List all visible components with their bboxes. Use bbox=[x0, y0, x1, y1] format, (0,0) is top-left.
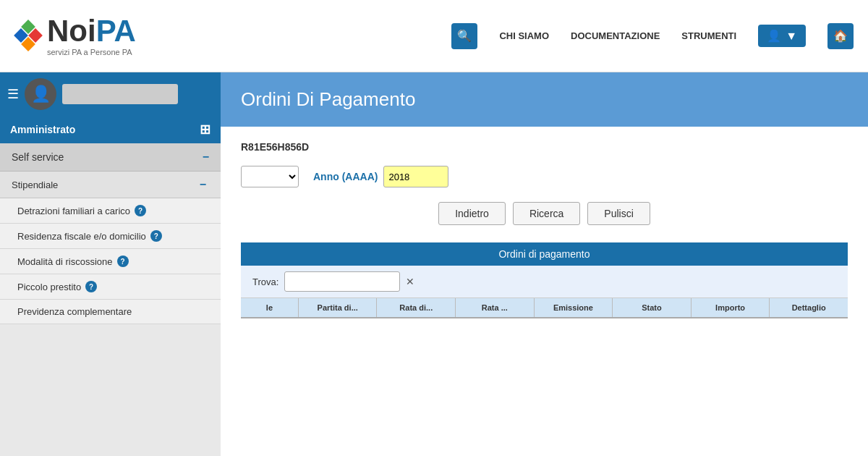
th-rata-di-label: Rata di... bbox=[399, 303, 433, 312]
sidebar-item-stipendiale[interactable]: Stipendiale − bbox=[0, 172, 221, 198]
table-section: Ordini di pagamento Trova: ✕ le Partita … bbox=[241, 242, 848, 318]
sidebar-item-previdenza[interactable]: Previdenza complementare bbox=[0, 300, 221, 324]
previdenza-label: Previdenza complementare bbox=[17, 306, 132, 317]
trova-label: Trova: bbox=[252, 276, 278, 287]
sidebar-item-piccolo-prestito[interactable]: Piccolo prestito ? bbox=[0, 274, 221, 300]
anno-label: Anno (AAAA) bbox=[313, 171, 378, 182]
indietro-button[interactable]: Indietro bbox=[438, 202, 506, 225]
home-button[interactable]: 🏠 bbox=[827, 23, 854, 49]
residenza-label: Residenza fiscale e/o domicilio bbox=[17, 231, 146, 242]
page-title: Ordini Di Pagamento bbox=[241, 88, 415, 110]
user-icon: 👤 bbox=[767, 29, 781, 43]
th-stato-label: Stato bbox=[642, 303, 662, 312]
cf-row: R81E56H856D bbox=[241, 141, 848, 153]
mese-select[interactable] bbox=[241, 166, 299, 187]
table-title: Ordini di pagamento bbox=[498, 248, 590, 260]
piccolo-prestito-help-icon[interactable]: ? bbox=[85, 281, 97, 292]
pulisci-button[interactable]: Pulisci bbox=[587, 202, 650, 225]
avatar-icon: 👤 bbox=[31, 85, 51, 104]
mese-field-group bbox=[241, 166, 299, 187]
th-emissione-label: Emissione bbox=[553, 303, 593, 312]
th-emissione[interactable]: Emissione bbox=[535, 298, 613, 317]
sidebar-item-modalita[interactable]: Modalità di riscossione ? bbox=[0, 249, 221, 274]
th-stato[interactable]: Stato bbox=[613, 298, 692, 317]
th-le[interactable]: le bbox=[241, 298, 299, 317]
nav-documentazione[interactable]: DOCUMENTAZIONE bbox=[571, 30, 660, 41]
th-rata-label: Rata ... bbox=[482, 303, 508, 312]
header-nav: 🔍 CHI SIAMO DOCUMENTAZIONE STRUMENTI 👤 ▼… bbox=[451, 23, 854, 49]
user-button[interactable]: 👤 ▼ bbox=[758, 25, 806, 47]
sidebar-section-amministrato[interactable]: Amministrato ⊞ bbox=[0, 116, 221, 143]
sidebar-topbar: ☰ 👤 bbox=[0, 72, 221, 116]
sidebar-item-residenza[interactable]: Residenza fiscale e/o domicilio ? bbox=[0, 224, 221, 249]
logo-area: NoiPA servizi PA a Persone PA bbox=[14, 16, 217, 56]
main-layout: ☰ 👤 Amministrato ⊞ Self service − Stipen… bbox=[0, 72, 868, 456]
detrazioni-help-icon[interactable]: ? bbox=[135, 205, 146, 216]
logo-text: NoiPA servizi PA a Persone PA bbox=[47, 16, 136, 56]
home-icon: 🏠 bbox=[833, 29, 848, 43]
self-service-label: Self service bbox=[12, 151, 64, 163]
table-section-header: Ordini di pagamento bbox=[241, 242, 848, 266]
piccolo-prestito-label: Piccolo prestito bbox=[17, 282, 81, 292]
page-title-bar: Ordini Di Pagamento bbox=[221, 72, 868, 127]
trova-clear-icon[interactable]: ✕ bbox=[406, 276, 414, 287]
search-row: Anno (AAAA) bbox=[241, 166, 848, 187]
modalita-label: Modalità di riscossione bbox=[17, 256, 113, 267]
header: NoiPA servizi PA a Persone PA 🔍 CHI SIAM… bbox=[0, 0, 868, 72]
th-rata-di[interactable]: Rata di... bbox=[377, 298, 456, 317]
sidebar: ☰ 👤 Amministrato ⊞ Self service − Stipen… bbox=[0, 72, 221, 456]
anno-field-group: Anno (AAAA) bbox=[313, 166, 448, 187]
stipendiale-collapse-icon[interactable]: − bbox=[200, 178, 206, 191]
detrazioni-label: Detrazioni familiari a carico bbox=[17, 206, 130, 216]
self-service-collapse-icon[interactable]: − bbox=[203, 151, 209, 164]
user-name-box bbox=[62, 84, 178, 104]
sidebar-item-self-service[interactable]: Self service − bbox=[0, 143, 221, 172]
trova-row: Trova: ✕ bbox=[241, 266, 848, 298]
logo-noipa: NoiPA bbox=[47, 16, 136, 46]
user-dropdown-arrow: ▼ bbox=[786, 30, 797, 43]
th-partita-label: Partita di... bbox=[318, 303, 358, 312]
logo-leaves bbox=[14, 22, 43, 51]
stipendiale-label: Stipendiale bbox=[12, 180, 58, 190]
avatar: 👤 bbox=[25, 78, 56, 110]
th-dettaglio[interactable]: Dettaglio bbox=[770, 298, 848, 317]
codice-fiscale-value: R81E56H856D bbox=[241, 141, 309, 153]
sidebar-item-detrazioni[interactable]: Detrazioni familiari a carico ? bbox=[0, 198, 221, 224]
layers-icon[interactable]: ⊞ bbox=[200, 122, 210, 138]
th-partita[interactable]: Partita di... bbox=[299, 298, 378, 317]
th-importo[interactable]: Importo bbox=[692, 298, 770, 317]
nav-strumenti[interactable]: STRUMENTI bbox=[681, 30, 736, 41]
th-importo-label: Importo bbox=[715, 303, 745, 312]
content-area: Ordini Di Pagamento R81E56H856D Anno (AA… bbox=[221, 72, 868, 456]
logo-subtitle: servizi PA a Persone PA bbox=[47, 48, 136, 56]
search-button[interactable]: 🔍 bbox=[451, 23, 477, 49]
th-rata[interactable]: Rata ... bbox=[456, 298, 535, 317]
button-row: Indietro Ricerca Pulisci bbox=[241, 202, 848, 225]
table-header-row: le Partita di... Rata di... Rata ... Emi… bbox=[241, 298, 848, 318]
hamburger-icon[interactable]: ☰ bbox=[7, 86, 19, 102]
amministrato-label: Amministrato bbox=[10, 124, 75, 135]
th-le-label: le bbox=[266, 303, 273, 312]
modalita-help-icon[interactable]: ? bbox=[117, 256, 129, 267]
ricerca-button[interactable]: Ricerca bbox=[513, 202, 580, 225]
trova-input[interactable] bbox=[284, 271, 400, 292]
logo-noi: Noi bbox=[47, 16, 96, 46]
content-body: R81E56H856D Anno (AAAA) Indietro bbox=[221, 127, 868, 333]
th-dettaglio-label: Dettaglio bbox=[792, 303, 826, 312]
nav-chi-siamo[interactable]: CHI SIAMO bbox=[499, 30, 549, 41]
anno-input[interactable] bbox=[383, 166, 448, 187]
residenza-help-icon[interactable]: ? bbox=[150, 230, 162, 242]
logo-pa: PA bbox=[96, 16, 136, 46]
